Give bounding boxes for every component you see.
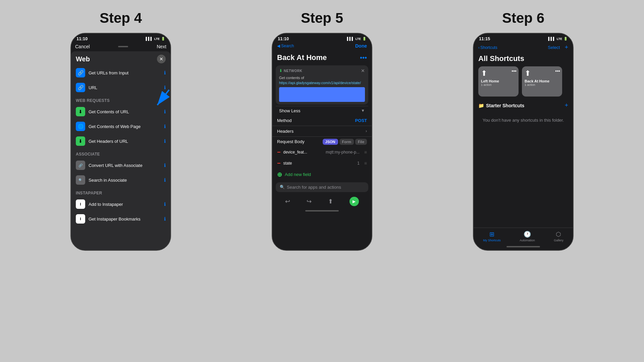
home-indicator xyxy=(272,207,372,214)
step5-nav: ◀ Search Done xyxy=(272,43,372,51)
gallery-label: Gallery xyxy=(554,239,564,242)
back-at-home-card[interactable]: ••• ⬆ Back At Home 1 action xyxy=(522,66,562,97)
step4-next-button[interactable]: Next xyxy=(157,44,166,49)
step6-tab-bar: ⊞ My Shortcuts 🕐 Automation ⬡ Gallery xyxy=(474,228,573,243)
show-less-row[interactable]: Show Less ▼ xyxy=(276,106,368,115)
tab-automation[interactable]: 🕐 Automation xyxy=(520,231,535,242)
step4-status-icons: ▌▌▌ LTE 🔋 xyxy=(146,37,165,41)
step4-container: Step 4 11:10 ▌▌▌ LTE 🔋 Cancel Next Web ✕ xyxy=(70,10,171,251)
network-badge: ⬇ NETWORK xyxy=(279,68,302,73)
tab-my-shortcuts[interactable]: ⊞ My Shortcuts xyxy=(483,231,501,242)
field-1-drag-handle[interactable]: ≡ xyxy=(364,149,367,155)
signal-icon: ▌▌▌ xyxy=(548,37,555,41)
battery-icon: 🔋 xyxy=(161,37,165,41)
field-2-remove-button[interactable]: − xyxy=(277,160,281,167)
url-highlight-block xyxy=(279,87,365,102)
drag-handle xyxy=(118,46,128,47)
list-item[interactable]: ⬇ Get Contents of URL ℹ xyxy=(71,104,170,119)
step6-status-bar: 11:15 ▌▌▌ LTE 🔋 xyxy=(474,34,573,43)
my-shortcuts-label: My Shortcuts xyxy=(483,239,501,242)
search-associate-icon: 🔍 xyxy=(76,175,85,185)
method-label: Method xyxy=(277,118,291,123)
file-tab[interactable]: File xyxy=(355,139,367,145)
step5-more-button[interactable]: ••• xyxy=(360,54,367,62)
step5-content: ◀ Search Done Back At Home ••• ⬇ NETWORK… xyxy=(272,43,372,250)
add-field-label: Add new field xyxy=(285,172,311,177)
home-bar xyxy=(305,210,339,212)
step6-back-button[interactable]: ‹ Shortcuts xyxy=(478,45,497,50)
back-at-home-more-button[interactable]: ••• xyxy=(555,68,560,74)
tab-gallery[interactable]: ⬡ Gallery xyxy=(554,231,564,242)
step6-title: Step 6 xyxy=(502,10,544,26)
get-contents-web-info[interactable]: ℹ xyxy=(164,124,166,129)
add-field-row[interactable]: ⊕ Add new field xyxy=(272,169,372,180)
search-icon: 🔍 xyxy=(280,185,285,189)
field-1-value: mqtt:my-phone-p... xyxy=(323,150,360,155)
convert-url-info[interactable]: ℹ xyxy=(164,163,166,168)
step6-add-button[interactable]: + xyxy=(565,44,568,51)
step5-shortcut-title: Back At Home xyxy=(277,53,327,62)
get-instapaper-icon: I xyxy=(76,214,85,224)
url-line: Get contents of https://api.gladysgatewa… xyxy=(279,75,365,86)
list-item[interactable]: I Add to Instapaper ℹ xyxy=(71,197,170,212)
json-tab[interactable]: JSON xyxy=(323,139,338,145)
step5-header: Back At Home ••• xyxy=(272,51,372,64)
associate-section: Associate xyxy=(71,148,170,158)
method-value: POST xyxy=(355,118,367,123)
get-headers-icon: ⬇ xyxy=(76,136,85,146)
redo-icon[interactable]: ↪ xyxy=(307,198,312,205)
list-item[interactable]: 🔗 Get URLs from Input ℹ xyxy=(71,65,170,80)
step4-close-button[interactable]: ✕ xyxy=(157,55,166,63)
starter-shortcuts-add-button[interactable]: + xyxy=(565,102,568,109)
undo-icon[interactable]: ↩ xyxy=(285,198,290,205)
step4-list: 🔗 Get URLs from Input ℹ 🔗 URL ℹ Web Requ… xyxy=(71,65,170,250)
add-instapaper-label: Add to Instapaper xyxy=(89,202,161,207)
left-home-card[interactable]: ••• ⬆ Left Home 1 action xyxy=(478,66,519,97)
headers-label: Headers xyxy=(277,129,293,134)
step5-phone: 11:10 ▌▌▌ LTE 🔋 ◀ Search Done Back At Ho… xyxy=(272,33,372,251)
search-associate-info[interactable]: ℹ xyxy=(164,177,166,183)
field-1-row[interactable]: − device_feat... mqtt:my-phone-p... ≡ xyxy=(272,147,372,158)
step5-title: Step 5 xyxy=(301,10,343,26)
share-icon[interactable]: ⬆ xyxy=(328,198,333,205)
back-at-home-icon: ⬆ xyxy=(525,69,559,78)
play-button[interactable]: ▶ xyxy=(350,197,359,206)
step5-back-button[interactable]: ◀ Search xyxy=(277,44,294,48)
get-urls-info-icon[interactable]: ℹ xyxy=(164,70,166,75)
step5-done-button[interactable]: Done xyxy=(355,43,367,49)
signal-icon: ▌▌▌ xyxy=(347,37,354,41)
get-headers-info[interactable]: ℹ xyxy=(164,138,166,144)
starter-shortcuts-label: Starter Shortcuts xyxy=(486,103,524,108)
step5-search-bar[interactable]: 🔍 Search for apps and actions xyxy=(276,182,368,192)
step4-sheet-title: Web xyxy=(76,55,90,63)
list-item[interactable]: I Get Instapaper Bookmarks ℹ xyxy=(71,212,170,226)
step4-time: 11:10 xyxy=(76,36,88,41)
headers-row[interactable]: Headers › xyxy=(272,126,372,137)
form-tab[interactable]: Form xyxy=(339,139,354,145)
get-headers-label: Get Headers of URL xyxy=(89,139,161,144)
list-item[interactable]: 🌐 Get Contents of Web Page ℹ xyxy=(71,119,170,134)
step6-all-shortcuts-title: All Shortcuts xyxy=(474,53,573,66)
step5-network-card: ⬇ NETWORK ✕ Get contents of https://api.… xyxy=(276,65,368,105)
url-link[interactable]: https://api.gladysgateway.com/v1/api/dev… xyxy=(279,81,361,85)
field-2-drag-handle[interactable]: ≡ xyxy=(364,161,367,166)
left-home-more-button[interactable]: ••• xyxy=(512,68,517,74)
field-2-row[interactable]: − state 1 ≡ xyxy=(272,158,372,169)
list-item[interactable]: 🔍 Search in Associate ℹ xyxy=(71,173,170,187)
section-left: 📁 Starter Shortcuts xyxy=(478,103,524,108)
get-urls-label: Get URLs from Input xyxy=(89,70,161,75)
step6-select-button[interactable]: Select xyxy=(548,45,560,50)
card-close-button[interactable]: ✕ xyxy=(361,68,365,73)
add-instapaper-info[interactable]: ℹ xyxy=(164,201,166,207)
field-1-remove-button[interactable]: − xyxy=(277,149,281,156)
list-item[interactable]: 🔗 Convert URL with Associate ℹ xyxy=(71,158,170,173)
step5-status-icons: ▌▌▌ LTE 🔋 xyxy=(347,37,366,41)
step4-phone: 11:10 ▌▌▌ LTE 🔋 Cancel Next Web ✕ 🔗 xyxy=(70,33,171,251)
list-item[interactable]: ⬇ Get Headers of URL ℹ xyxy=(71,134,170,148)
get-instapaper-info[interactable]: ℹ xyxy=(164,216,166,222)
search-placeholder: Search for apps and actions xyxy=(287,185,341,190)
network-label: NETWORK xyxy=(284,69,302,73)
step4-cancel-button[interactable]: Cancel xyxy=(75,44,90,49)
method-row[interactable]: Method POST xyxy=(272,115,372,126)
empty-folder-text: You don't have any shortcuts in this fol… xyxy=(474,111,573,228)
